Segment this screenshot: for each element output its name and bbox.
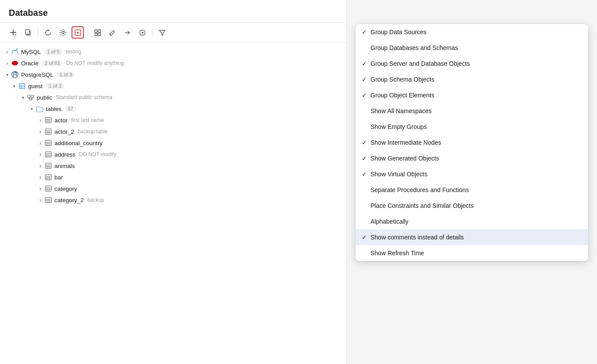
svg-marker-17 (159, 30, 165, 36)
tree-node-animals[interactable]: animals (0, 160, 346, 171)
mysql-label: MySQL (21, 49, 41, 55)
toolbar (0, 23, 346, 43)
check-icon (362, 29, 370, 36)
chevron-icon (37, 128, 44, 135)
svg-rect-8 (95, 30, 97, 32)
dropdown-item-group-schema[interactable]: Group Schema Objects (356, 71, 588, 87)
dropdown-item-separate-procedures[interactable]: Separate Procedures and Functions (356, 182, 588, 198)
address-label: address (54, 151, 76, 158)
dropdown-item-show-all-namespaces[interactable]: Show All Namespaces (356, 103, 588, 119)
dropdown-item-show-virtual[interactable]: Show Virtual Objects (356, 166, 588, 182)
check-icon (362, 92, 370, 99)
category2-label: category_2 (54, 197, 84, 203)
category2-comment: backup (87, 197, 104, 203)
table-icon (44, 127, 53, 136)
svg-rect-24 (19, 83, 25, 89)
mysql-icon (11, 47, 19, 56)
svg-rect-70 (45, 197, 51, 203)
svg-rect-60 (45, 175, 51, 180)
dropdown-item-show-intermediate[interactable]: Show Intermediate Nodes (356, 135, 588, 150)
tables-badge: 37 (65, 106, 76, 112)
tree-node-mysql[interactable]: MySQL 1 of 5 testing (0, 46, 346, 57)
add-button[interactable] (7, 26, 19, 39)
svg-rect-11 (98, 33, 101, 36)
table-icon (44, 116, 53, 125)
svg-point-5 (62, 32, 64, 34)
item-label: Separate Procedures and Functions (370, 186, 579, 193)
animals-label: animals (54, 163, 75, 169)
check-icon (362, 155, 370, 162)
navigate-button[interactable] (121, 26, 133, 39)
tree-node-address[interactable]: address DO NOT modify (0, 149, 346, 160)
dropdown-item-place-constraints[interactable]: Place Constraints and Similar Objects (356, 198, 588, 214)
item-label: Place Constraints and Similar Objects (370, 202, 579, 209)
actor2-label: actor_2 (54, 128, 74, 135)
settings-button[interactable] (57, 26, 69, 39)
svg-rect-4 (25, 30, 29, 34)
check-icon (362, 234, 370, 241)
tree-node-category2[interactable]: category_2 backup (0, 194, 346, 206)
svg-rect-35 (45, 118, 51, 123)
tree-node-actor[interactable]: actor first last name (0, 114, 346, 126)
chevron-icon (37, 174, 44, 181)
grid-button[interactable] (91, 26, 104, 39)
run-button[interactable] (136, 26, 148, 39)
tree-node-guest[interactable]: guest 1 of 3 (0, 80, 346, 92)
dropdown-item-alphabetically[interactable]: Alphabetically (356, 214, 588, 229)
tree-node-postgresql[interactable]: PostgreSQL 1 of 3 (0, 69, 346, 80)
separator-2 (87, 28, 88, 37)
tree-container: MySQL 1 of 5 testing Oracle 2 of 61 Do N… (0, 43, 346, 364)
dropdown-item-show-empty-groups[interactable]: Show Empty Groups (356, 119, 588, 135)
dropdown-item-group-data-sources[interactable]: Group Data Sources (356, 24, 588, 40)
separator-3 (152, 28, 152, 37)
item-label: Show comments instead of details (370, 234, 579, 241)
dropdown-item-show-generated[interactable]: Show Generated Objects (356, 150, 588, 166)
oracle-icon (11, 59, 19, 68)
chevron-icon (37, 196, 44, 203)
chevron-icon (37, 139, 44, 146)
additional-country-label: additional_country (54, 140, 103, 146)
dropdown-panel: Group Data Sources Group Databases and S… (356, 24, 588, 261)
copy-button[interactable] (22, 26, 34, 39)
svg-rect-65 (45, 186, 51, 191)
oracle-badge: 2 of 61 (42, 60, 63, 66)
tree-node-actor2[interactable]: actor_2 backup table (0, 126, 346, 137)
svg-rect-10 (95, 33, 97, 36)
tree-node-additional-country[interactable]: additional_country (0, 137, 346, 149)
svg-rect-55 (45, 163, 51, 168)
guest-label: guest (28, 83, 43, 89)
table-icon (44, 173, 53, 182)
actor-comment: first last name (71, 117, 104, 123)
check-icon (362, 171, 370, 178)
filter-button[interactable] (156, 26, 168, 39)
refresh-button[interactable] (42, 26, 54, 39)
dropdown-item-group-databases-schemas[interactable]: Group Databases and Schemas (356, 40, 588, 56)
edit-button[interactable] (106, 26, 119, 39)
tree-node-tables[interactable]: tables 37 (0, 103, 346, 114)
table-icon (44, 161, 53, 170)
tree-node-category[interactable]: category (0, 183, 346, 194)
svg-rect-28 (28, 95, 30, 97)
chevron-icon (37, 151, 44, 158)
tree-node-public[interactable]: public Standard public schema (0, 92, 346, 103)
chevron-icon (4, 60, 11, 67)
dropdown-item-group-object-elements[interactable]: Group Object Elements (356, 87, 588, 103)
tree-node-bar[interactable]: bar (0, 171, 346, 183)
dropdown-item-show-comments[interactable]: Show comments instead of details (356, 229, 588, 245)
svg-rect-9 (98, 30, 101, 32)
sidebar-title: Database (9, 8, 48, 18)
schema-icon (26, 93, 35, 102)
address-comment: DO NOT modify (79, 151, 116, 157)
dropdown-item-show-refresh-time[interactable]: Show Refresh Time (356, 245, 588, 261)
public-label: public (37, 94, 52, 101)
check-icon (362, 76, 370, 83)
item-label: Show Empty Groups (370, 123, 579, 130)
svg-point-7 (77, 32, 79, 33)
highlight-button[interactable] (72, 26, 84, 39)
bar-label: bar (54, 174, 63, 181)
oracle-label: Oracle (21, 60, 39, 67)
item-label: Alphabetically (370, 218, 579, 225)
actor2-comment: backup table (78, 128, 108, 135)
tree-node-oracle[interactable]: Oracle 2 of 61 Do NOT modify anything (0, 57, 346, 69)
dropdown-item-group-server-db[interactable]: Group Server and Database Objects (356, 56, 588, 71)
